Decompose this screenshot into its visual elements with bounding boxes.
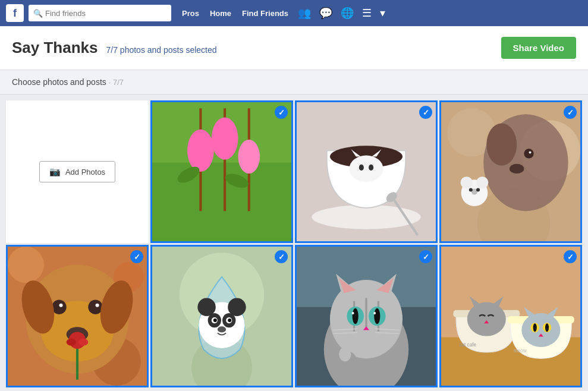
search-input[interactable] [29, 5, 171, 21]
svg-point-92 [467, 302, 506, 336]
page-header: Say Thanks 7/7 photos and posts selected… [0, 26, 588, 70]
svg-text:meow: meow [514, 348, 527, 354]
facebook-logo: f [6, 4, 24, 22]
svg-point-6 [212, 117, 238, 159]
photo-cell-kitten[interactable]: ✓ [295, 245, 438, 387]
photos-selected-label: 7/7 photos and posts selected [106, 45, 217, 55]
svg-point-45 [96, 304, 99, 307]
svg-point-78 [353, 308, 359, 324]
search-wrap: 🔍 [29, 5, 171, 21]
page-title: Say Thanks [12, 39, 98, 57]
add-photos-button[interactable]: 📷 Add Photos [39, 161, 115, 182]
messages-icon[interactable]: 💬 [319, 7, 332, 20]
photo-cell-panda[interactable]: ✓ [150, 245, 293, 387]
check-badge-kitten: ✓ [419, 250, 432, 263]
check-badge-dog-bear: ✓ [564, 106, 577, 119]
share-video-button[interactable]: Share Video [501, 37, 576, 59]
photo-image-coffee [297, 102, 436, 241]
check-badge-golden: ✓ [130, 250, 143, 263]
check-badge-cats-cup: ✓ [564, 250, 577, 263]
photo-cell-cats-cup[interactable]: cat cafe meow ✓ [439, 245, 582, 387]
svg-point-31 [476, 176, 488, 188]
add-photos-cell[interactable]: 📷 Add Photos [6, 100, 149, 243]
section-bar: Choose photos and posts · 7/7 [0, 70, 588, 94]
svg-point-43 [59, 304, 62, 307]
svg-point-36 [8, 247, 44, 283]
list-icon[interactable]: ☰ [362, 7, 372, 20]
nav-link-pros[interactable]: Pros [182, 9, 199, 18]
search-icon: 🔍 [33, 9, 43, 18]
friends-icon[interactable]: 👥 [298, 7, 311, 20]
caret-icon[interactable]: ▾ [380, 7, 385, 20]
svg-point-62 [213, 319, 217, 322]
camera-icon: 📷 [49, 166, 61, 177]
nav-icons: 👥 💬 🌐 ☰ ▾ [298, 7, 385, 20]
svg-point-64 [218, 326, 226, 332]
svg-text:cat cafe: cat cafe [460, 342, 477, 348]
svg-point-63 [228, 319, 231, 322]
navbar: f 🔍 Pros Home Find Friends 👥 💬 🌐 ☰ ▾ [0, 0, 588, 26]
svg-point-49 [78, 339, 88, 346]
svg-point-80 [352, 312, 354, 314]
svg-point-103 [545, 323, 549, 332]
svg-rect-1 [152, 163, 291, 241]
photos-grid: 📷 Add Photos ✓ [0, 94, 588, 391]
svg-point-28 [529, 151, 532, 153]
check-badge-coffee: ✓ [419, 106, 432, 119]
add-photos-label: Add Photos [65, 168, 105, 176]
svg-point-97 [521, 313, 560, 347]
svg-point-25 [486, 124, 517, 166]
section-label: Choose photos and posts [12, 77, 106, 87]
check-badge-flowers: ✓ [275, 106, 288, 119]
photo-image-kitten [297, 247, 436, 386]
photo-image-cats-cup: cat cafe meow [441, 247, 580, 386]
svg-point-79 [374, 308, 380, 324]
svg-point-30 [461, 176, 473, 188]
svg-point-34 [476, 188, 480, 191]
check-badge-panda: ✓ [275, 250, 288, 263]
photo-image-dog-bear [441, 102, 580, 241]
title-area: Say Thanks 7/7 photos and posts selected [12, 39, 217, 57]
photo-cell-dog-bear[interactable]: ✓ [439, 100, 582, 243]
photo-image-golden [8, 247, 147, 386]
section-count: · 7/7 [109, 78, 124, 87]
photo-cell-coffee[interactable]: ✓ [295, 100, 438, 243]
nav-link-home[interactable]: Home [210, 9, 231, 18]
svg-point-81 [373, 312, 376, 314]
globe-icon[interactable]: 🌐 [341, 7, 354, 20]
photo-image-flowers [152, 102, 291, 241]
svg-point-102 [533, 323, 537, 332]
svg-point-7 [238, 140, 260, 174]
svg-point-26 [510, 164, 524, 174]
svg-point-88 [339, 347, 351, 361]
photo-cell-golden[interactable]: ✓ [6, 245, 149, 387]
svg-point-27 [524, 149, 533, 158]
nav-link-find-friends[interactable]: Find Friends [242, 9, 288, 18]
photo-cell-flowers[interactable]: ✓ [150, 100, 293, 243]
photo-image-panda [152, 247, 291, 386]
svg-point-16 [359, 165, 364, 171]
svg-point-17 [369, 165, 373, 171]
svg-point-33 [469, 188, 473, 191]
nav-links: Pros Home Find Friends [182, 9, 288, 18]
svg-point-48 [67, 339, 76, 346]
svg-point-5 [187, 130, 214, 172]
svg-point-13 [350, 156, 383, 182]
